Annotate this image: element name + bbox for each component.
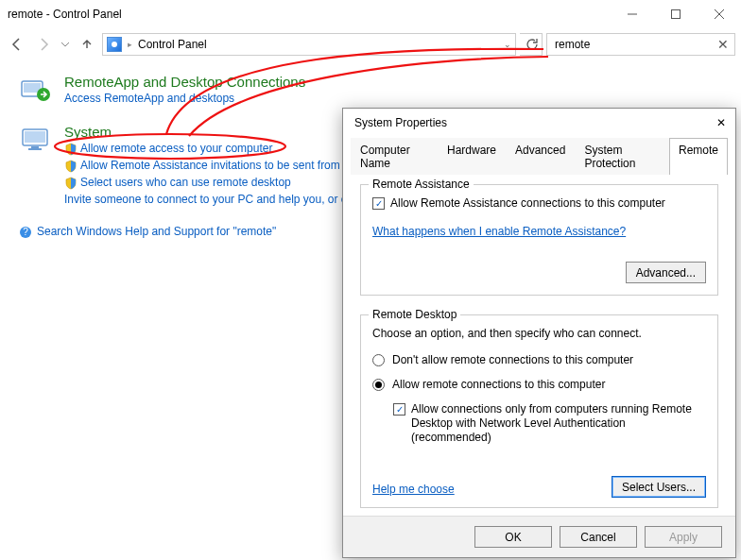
svg-rect-10 [28,148,42,150]
rd-choose-text: Choose an option, and then specify who c… [372,327,706,340]
checkbox-allow-ra[interactable]: ✓ Allow Remote Assistance connections to… [372,196,706,210]
remoteapp-heading[interactable]: RemoteApp and Desktop Connections [64,74,305,90]
check-icon: ✓ [393,403,405,416]
legend-remote-desktop: Remote Desktop [369,308,460,321]
tab-advanced[interactable]: Advanced [506,138,575,175]
dialog-close-button[interactable]: ✕ [716,116,726,129]
search-input[interactable] [553,37,695,52]
dialog-titlebar: System Properties ✕ [343,109,735,137]
recent-dropdown[interactable] [59,33,72,56]
search-help-label: Search Windows Help and Support for "rem… [37,225,276,238]
control-panel-icon [107,37,122,52]
navbar: ▸ Control Panel ⌄ ✕ [0,28,741,60]
tab-hardware[interactable]: Hardware [438,138,506,175]
maximize-button[interactable] [654,0,698,28]
group-remote-assistance: Remote Assistance ✓ Allow Remote Assista… [360,184,718,296]
select-users-button[interactable]: Select Users... [612,476,706,498]
shield-icon [64,143,78,156]
window-buttons [611,0,741,28]
link-what-happens-ra[interactable]: What happens when I enable Remote Assist… [372,225,626,238]
checkbox-allow-ra-label: Allow Remote Assistance connections to t… [390,196,665,210]
window-title: remote - Control Panel [8,8,122,21]
refresh-button[interactable] [520,33,543,56]
radio-icon [372,354,385,366]
legend-remote-assistance: Remote Assistance [369,178,474,191]
tab-computer-name[interactable]: Computer Name [351,138,438,175]
radio-allow-remote[interactable]: Allow remote connections to this compute… [372,378,706,391]
remoteapp-icon [19,74,53,107]
radio-disallow-label: Don't allow remote connections to this c… [392,353,633,366]
back-button[interactable] [6,33,28,56]
svg-text:?: ? [23,227,28,237]
search-box[interactable]: ✕ [546,33,735,56]
radio-disallow-remote[interactable]: Don't allow remote connections to this c… [372,353,706,366]
ok-button[interactable]: OK [474,526,552,548]
link-access-remoteapp[interactable]: Access RemoteApp and desktops [64,90,305,107]
group-remote-desktop: Remote Desktop Choose an option, and the… [360,314,718,508]
dialog-footer: OK Cancel Apply [343,516,735,557]
breadcrumb-control-panel[interactable]: Control Panel [138,38,207,51]
cancel-button[interactable]: Cancel [560,526,637,548]
chevron-right-icon: ▸ [128,40,132,49]
tab-system-protection[interactable]: System Protection [575,138,669,175]
result-remoteapp-body: RemoteApp and Desktop Connections Access… [64,74,305,107]
radio-allow-label: Allow remote connections to this compute… [392,378,605,391]
apply-button[interactable]: Apply [645,526,722,548]
link-select-rd-users-label: Select users who can use remote desktop [80,176,291,189]
link-allow-remote-access-label: Allow remote access to your computer [80,142,272,155]
dialog-body: Remote Assistance ✓ Allow Remote Assista… [343,175,735,536]
help-icon: ? [19,226,32,239]
svg-rect-8 [25,131,45,143]
link-help-me-choose[interactable]: Help me choose [372,483,455,496]
shield-icon [64,160,78,173]
check-icon: ✓ [372,197,385,210]
system-properties-dialog: System Properties ✕ Computer Name Hardwa… [342,108,736,558]
dialog-title: System Properties [354,116,447,129]
forward-button[interactable] [32,33,55,56]
dialog-tabs: Computer Name Hardware Advanced System P… [351,137,728,175]
checkbox-nla[interactable]: ✓ Allow connections only from computers … [393,402,706,445]
minimize-button[interactable] [611,0,654,28]
tab-remote[interactable]: Remote [669,138,728,175]
result-remoteapp: RemoteApp and Desktop Connections Access… [19,74,722,107]
up-button[interactable] [76,33,98,56]
system-icon [19,124,53,208]
checkbox-nla-label: Allow connections only from computers ru… [411,402,706,445]
radio-icon [372,379,385,391]
svg-rect-1 [672,10,681,19]
clear-search-icon[interactable]: ✕ [717,37,729,52]
chevron-down-icon[interactable]: ⌄ [504,40,511,49]
advanced-button[interactable]: Advanced... [626,262,706,283]
titlebar: remote - Control Panel [0,0,741,28]
address-bar[interactable]: ▸ Control Panel ⌄ [102,33,516,56]
svg-rect-9 [31,146,39,148]
close-button[interactable] [698,0,741,28]
shield-icon [64,177,78,190]
